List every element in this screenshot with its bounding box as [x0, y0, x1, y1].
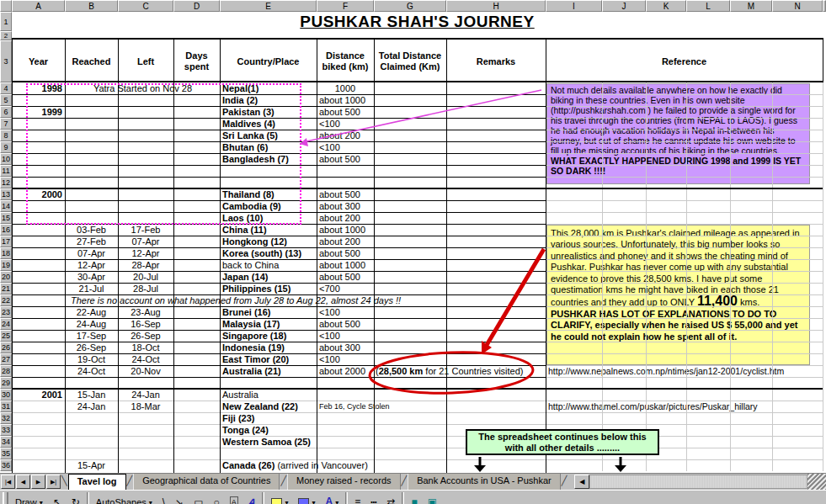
- row-header-3[interactable]: 3: [0, 40, 12, 82]
- cell-distance-17[interactable]: about 200: [319, 236, 373, 247]
- free-rotate-button[interactable]: ↻: [67, 491, 85, 504]
- cell-country-23[interactable]: Brunei (16): [222, 306, 270, 318]
- row-header-6[interactable]: 6: [0, 106, 12, 118]
- cell-distance-18[interactable]: about 500: [319, 247, 373, 259]
- cell-left-16[interactable]: 17-Feb: [119, 224, 173, 236]
- cell-distance-26[interactable]: about 300: [319, 342, 373, 353]
- draw-menu-button[interactable]: Draw▾: [10, 491, 48, 504]
- cell-country-30[interactable]: Australia: [222, 389, 258, 401]
- row-header-21[interactable]: 21: [0, 283, 12, 294]
- draw-oval-button[interactable]: ○: [209, 491, 225, 504]
- row-header-28[interactable]: 28: [0, 365, 12, 377]
- cell-reached-17[interactable]: 27-Feb: [66, 236, 117, 247]
- cell-country-21[interactable]: Philippines (15): [222, 283, 290, 294]
- text-box-button[interactable]: A: [225, 491, 243, 504]
- cell-year-30[interactable]: 2001: [13, 389, 62, 401]
- row-header-33[interactable]: 33: [0, 424, 12, 436]
- tab-money-raised[interactable]: Money raised - records: [287, 474, 401, 490]
- cell-distance-27[interactable]: <100: [319, 353, 373, 365]
- column-header-M[interactable]: M: [730, 0, 772, 12]
- row-header-25[interactable]: 25: [0, 330, 12, 342]
- cell-country-16[interactable]: China (11): [222, 224, 267, 236]
- reference-link-nepalnews[interactable]: http://www.nepalnews.com.np/ntimes/jan12…: [548, 365, 784, 377]
- cell-left-28[interactable]: 20-Nov: [119, 365, 173, 377]
- cell-distance-21[interactable]: <700: [319, 283, 373, 294]
- cell-reached-18[interactable]: 07-Apr: [66, 247, 117, 259]
- cell-distance-9[interactable]: <100: [319, 141, 373, 153]
- select-all-corner[interactable]: [0, 0, 12, 12]
- cell-country-28[interactable]: Australia (21): [222, 365, 281, 377]
- cell-left-25[interactable]: 26-Sep: [119, 330, 173, 342]
- cell-left-19[interactable]: 28-Apr: [119, 259, 173, 271]
- cell-distance-16[interactable]: about 1000: [319, 224, 373, 236]
- previous-sheet-button[interactable]: ◀: [16, 475, 30, 489]
- column-header-I[interactable]: I: [546, 0, 602, 12]
- cell-reached-28[interactable]: 24-Oct: [66, 365, 117, 377]
- cell-distance-24[interactable]: about 500: [319, 318, 373, 330]
- cell-country-24[interactable]: Malaysia (17): [222, 318, 280, 330]
- row-header-17[interactable]: 17: [0, 236, 12, 247]
- cell-left-20[interactable]: 20-Jul: [119, 271, 173, 283]
- horizontal-scrollbar[interactable]: [589, 475, 807, 489]
- cell-country-19[interactable]: back to China: [222, 259, 279, 271]
- cell-remark-31[interactable]: Feb 16, Cycle Stolen: [319, 401, 390, 412]
- column-header-H[interactable]: H: [446, 0, 546, 12]
- row-header-4[interactable]: 4: [0, 82, 12, 94]
- row-header-34[interactable]: 34: [0, 436, 12, 448]
- hscroll-left-button[interactable]: ◀: [574, 475, 589, 489]
- cell-distance-23[interactable]: <100: [319, 306, 373, 318]
- tab-bank-accounts[interactable]: Bank Accounts in USA - Pushkar: [408, 474, 561, 490]
- row-header-31[interactable]: 31: [0, 401, 12, 412]
- cell-country-26[interactable]: Indonesia (19): [222, 342, 285, 353]
- cell-left-31[interactable]: 18-Mar: [119, 401, 173, 412]
- cell-left-27[interactable]: 24-Oct: [119, 353, 173, 365]
- column-header-partial[interactable]: [823, 0, 826, 12]
- cell-country-36[interactable]: Canada (26) (arrived in Vancouver): [222, 459, 368, 471]
- cell-reached-36[interactable]: 15-Apr: [66, 459, 117, 471]
- cell-reached-30[interactable]: 15-Jan: [66, 389, 117, 401]
- cell-reached-21[interactable]: 21-Jul: [66, 283, 117, 294]
- threed-button[interactable]: ▣: [423, 491, 442, 504]
- row-header-15[interactable]: 15: [0, 212, 12, 224]
- cell-distance-28[interactable]: about 2000: [319, 365, 373, 377]
- row-header-14[interactable]: 14: [0, 200, 12, 212]
- row-header-2[interactable]: 2: [0, 31, 12, 40]
- row-header-5[interactable]: 5: [0, 94, 12, 106]
- cell-distance-6[interactable]: about 500: [319, 106, 373, 118]
- cell-left-30[interactable]: 24-Jan: [119, 389, 173, 401]
- draw-line-button[interactable]: \: [157, 491, 170, 504]
- row-header-29[interactable]: 29: [0, 377, 12, 389]
- cell-country-18[interactable]: Korea (south) (13): [222, 247, 301, 259]
- wordart-button[interactable]: A: [243, 491, 261, 504]
- row-header-13[interactable]: 13: [0, 188, 12, 200]
- cell-reached-23[interactable]: 22-Aug: [66, 306, 117, 318]
- toolbar-grip[interactable]: [3, 492, 8, 504]
- column-header-J[interactable]: J: [602, 0, 646, 12]
- cell-reached-24[interactable]: 24-Aug: [66, 318, 117, 330]
- cell-country-17[interactable]: Hongkong (12): [222, 236, 287, 247]
- cell-country-32[interactable]: Fiji (23): [222, 412, 255, 424]
- draw-arrow-button[interactable]: ↘: [170, 491, 189, 504]
- select-objects-button[interactable]: ↖: [48, 491, 67, 504]
- column-header-L[interactable]: L: [686, 0, 730, 12]
- row-header-7[interactable]: 7: [0, 118, 12, 130]
- row-header-30[interactable]: 30: [0, 389, 12, 401]
- cell-reached-31[interactable]: 24-Jan: [66, 401, 117, 412]
- tab-geographical-data[interactable]: Geographical data of Countries: [133, 474, 280, 490]
- next-sheet-button[interactable]: ▶: [31, 475, 45, 489]
- window-resize-grip[interactable]: [807, 474, 826, 490]
- cell-left-23[interactable]: 23-Aug: [119, 306, 173, 318]
- first-sheet-button[interactable]: |◀: [1, 475, 15, 489]
- column-header-C[interactable]: C: [118, 0, 173, 12]
- row-header-1[interactable]: 1: [0, 12, 12, 31]
- column-header-G[interactable]: G: [374, 0, 446, 12]
- last-sheet-button[interactable]: ▶|: [46, 475, 61, 489]
- row-header-32[interactable]: 32: [0, 412, 12, 424]
- cell-reached-26[interactable]: 26-Sep: [66, 342, 117, 353]
- cell-country-27[interactable]: East Timor (20): [222, 353, 289, 365]
- cell-reached-16[interactable]: 03-Feb: [66, 224, 117, 236]
- cell-reached-25[interactable]: 17-Sep: [66, 330, 117, 342]
- cell-reached-27[interactable]: 19-Oct: [66, 353, 117, 365]
- draw-rectangle-button[interactable]: ▭: [189, 491, 208, 504]
- autoshapes-menu-button[interactable]: AutoShapes▾: [91, 491, 157, 504]
